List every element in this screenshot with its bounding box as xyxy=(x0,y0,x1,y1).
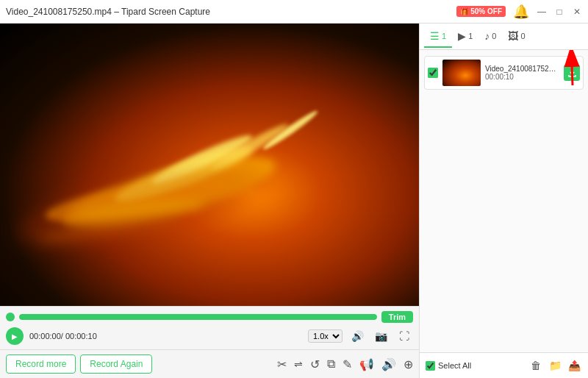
titlebar: Video_241008175250.mp4 – Tipard Screen C… xyxy=(0,0,588,24)
tab-bar: ☰ 1 ▶ 1 ♪ 0 🖼 0 xyxy=(420,24,588,50)
svg-line-1 xyxy=(571,50,573,85)
time-current: 00:00:00 xyxy=(29,332,61,340)
tab-audio[interactable]: ♪ 0 xyxy=(478,26,502,48)
action-icons: ✂ ⇌ ↺ ⧉ ✎ 📢 🔊 ⊕ xyxy=(277,357,413,371)
delete-button[interactable]: 🗑 xyxy=(528,357,544,374)
controls-bar: Trim ▶ 00:00:00/ 00:00:10 1.0x 0.5x 1.5x… xyxy=(0,306,419,349)
volume-icon[interactable]: 🔊 xyxy=(348,327,366,345)
progress-fill xyxy=(19,314,377,320)
fullscreen-icon[interactable]: ⛶ xyxy=(395,327,413,345)
rotate-icon[interactable]: ↺ xyxy=(310,357,320,371)
right-panel: ☰ 1 ▶ 1 ♪ 0 🖼 0 Video_241008175250 xyxy=(419,24,588,378)
file-checkbox[interactable] xyxy=(428,68,438,78)
cut-icon[interactable]: ✂ xyxy=(277,357,287,371)
promo-badge[interactable]: 50% OFF xyxy=(456,6,506,17)
edit-icon[interactable]: ✎ xyxy=(343,357,352,371)
adjust-icon[interactable]: ⇌ xyxy=(294,358,303,370)
image-icon: 🖼 xyxy=(508,30,518,42)
more-icon[interactable]: ⊕ xyxy=(404,357,413,371)
main-layout: Trim ▶ 00:00:00/ 00:00:10 1.0x 0.5x 1.5x… xyxy=(0,24,588,378)
close-button[interactable]: ✕ xyxy=(572,7,582,17)
list-icon: ☰ xyxy=(430,30,440,42)
left-panel: Trim ▶ 00:00:00/ 00:00:10 1.0x 0.5x 1.5x… xyxy=(0,24,419,378)
progress-handle[interactable] xyxy=(6,313,15,321)
image-count: 0 xyxy=(520,32,525,40)
folder-button[interactable]: 📁 xyxy=(547,357,563,374)
titlebar-controls: 50% OFF 🔔 — □ ✕ xyxy=(456,4,582,20)
copy-icon[interactable]: ⧉ xyxy=(327,357,335,371)
tab-image[interactable]: 🖼 0 xyxy=(502,26,531,48)
video-preview xyxy=(0,24,419,306)
bell-icon[interactable]: 🔔 xyxy=(513,4,529,20)
music-icon: ♪ xyxy=(484,30,490,42)
playback-row: ▶ 00:00:00/ 00:00:10 1.0x 0.5x 1.5x 2.0x… xyxy=(6,327,413,345)
record-more-button[interactable]: Record more xyxy=(6,354,76,374)
time-display: 00:00:00/ 00:00:10 xyxy=(29,332,97,340)
window-title: Video_241008175250.mp4 – Tipard Screen C… xyxy=(6,7,210,17)
time-total: 00:00:10 xyxy=(65,332,97,340)
sound-icon[interactable]: 🔊 xyxy=(381,357,396,371)
camera-icon[interactable]: 📷 xyxy=(372,327,390,345)
video-area xyxy=(0,24,419,306)
play-button[interactable]: ▶ xyxy=(6,327,24,345)
file-list: Video_241008175250.mp4 00:00:10 xyxy=(420,50,588,352)
file-thumbnail xyxy=(442,60,481,86)
progress-row: Trim xyxy=(6,311,413,323)
minimize-button[interactable]: — xyxy=(537,7,547,17)
maximize-button[interactable]: □ xyxy=(554,7,564,17)
audio-count: 0 xyxy=(492,32,496,40)
play-icon: ▶ xyxy=(458,30,466,42)
speed-select[interactable]: 1.0x 0.5x 1.5x 2.0x xyxy=(308,329,343,343)
trim-button[interactable]: Trim xyxy=(381,311,413,323)
audio-edit-icon[interactable]: 📢 xyxy=(359,357,374,371)
record-again-button[interactable]: Record Again xyxy=(80,354,152,374)
tab-video2[interactable]: ▶ 1 xyxy=(452,26,478,48)
video-count: 1 xyxy=(442,32,446,40)
right-toolbar: Select All 🗑 📁 📤 xyxy=(420,352,588,378)
action-bar: Record more Record Again ✂ ⇌ ↺ ⧉ ✎ 📢 🔊 ⊕ xyxy=(0,349,419,378)
export-button[interactable]: 📤 xyxy=(566,357,582,374)
tab-video[interactable]: ☰ 1 xyxy=(424,26,452,48)
progress-track[interactable] xyxy=(19,314,377,320)
select-all-checkbox[interactable] xyxy=(426,361,435,371)
select-all-label: Select All xyxy=(438,361,471,370)
titlebar-left: Video_241008175250.mp4 – Tipard Screen C… xyxy=(6,7,210,17)
video2-count: 1 xyxy=(468,32,473,40)
